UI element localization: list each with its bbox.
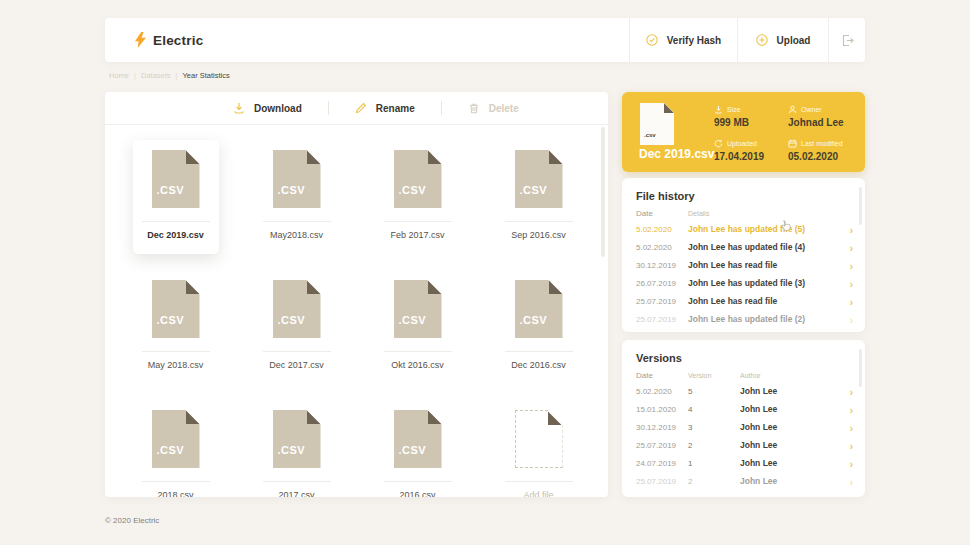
check-circle-icon [646, 34, 658, 46]
version-number: 1 [688, 459, 740, 468]
divider [384, 351, 452, 352]
delete-label: Delete [489, 103, 519, 114]
delete-button[interactable]: Delete [468, 102, 519, 114]
chevron-right-icon [845, 382, 853, 400]
file-tile[interactable]: .CSV 2016.csv [357, 400, 478, 497]
version-row[interactable]: 25.07.2019 2 John Lee [622, 472, 865, 490]
file-name: 2018.csv [157, 490, 193, 497]
csv-file-icon: .csv [640, 103, 674, 145]
verify-hash-label: Verify Hash [667, 35, 721, 46]
selected-file-name: Dec 2019.csv [639, 147, 714, 161]
divider [263, 481, 331, 482]
file-tile[interactable]: .CSV Feb 2017.csv [357, 140, 478, 270]
version-row[interactable]: 24.07.2019 1 John Lee [622, 454, 865, 472]
csv-file-icon: .CSV [515, 280, 563, 338]
file-name: May 2018.csv [148, 360, 204, 370]
version-row[interactable]: 30.12.2019 3 John Lee [622, 418, 865, 436]
rename-button[interactable]: Rename [355, 102, 415, 114]
file-history-header: Date Details [622, 207, 865, 220]
history-row[interactable]: 25.07.2019 John Lee has read file [622, 292, 865, 310]
file-tile[interactable]: .CSV Dec 2017.csv [236, 270, 357, 400]
file-tile[interactable]: .CSV May2018.csv [236, 140, 357, 270]
breadcrumb-home[interactable]: Home [109, 71, 141, 80]
history-date: 30.12.2019 [636, 261, 688, 270]
verify-hash-button[interactable]: Verify Hash [629, 18, 737, 62]
scrollbar-thumb[interactable] [601, 127, 605, 257]
scrollbar-thumb[interactable] [859, 187, 862, 225]
chevron-right-icon [845, 220, 853, 238]
csv-file-icon: .CSV [273, 280, 321, 338]
version-number: 3 [688, 423, 740, 432]
size-cell: Size 999 MB [714, 105, 749, 128]
history-row[interactable]: 5.02.2020 John Lee has updated file (4) [622, 238, 865, 256]
add-file-icon [515, 410, 563, 468]
chevron-right-icon [845, 400, 853, 418]
csv-file-icon: .CSV [273, 150, 321, 208]
history-row[interactable]: 30.12.2019 John Lee has read file [622, 256, 865, 274]
file-name: 2017.csv [278, 490, 314, 497]
version-number: 2 [688, 441, 740, 450]
selected-file-details-card: .csv Dec 2019.csv Size 999 MB Owner John… [622, 92, 865, 172]
csv-file-icon: .CSV [394, 410, 442, 468]
trash-icon [468, 102, 480, 114]
lightning-bolt-icon [135, 32, 146, 48]
file-history-title: File history [622, 178, 865, 207]
file-extension-label: .csv [644, 132, 656, 138]
divider [505, 481, 573, 482]
upload-label: Upload [777, 35, 811, 46]
upload-button[interactable]: Upload [737, 18, 828, 62]
breadcrumb-datasets[interactable]: Datasets [141, 71, 183, 80]
size-label: Size [727, 106, 741, 113]
history-row[interactable]: 26.07.2019 John Lee has updated file (3) [622, 274, 865, 292]
file-name: Feb 2017.csv [390, 230, 444, 240]
divider [142, 481, 210, 482]
file-tile[interactable]: .CSV Okt 2016.csv [357, 270, 478, 400]
calendar-icon [788, 139, 797, 148]
version-number: 5 [688, 387, 740, 396]
file-grid: .CSV Dec 2019.csv .CSV May2018.csv .CSV … [105, 125, 608, 497]
history-date: 5.02.2020 [636, 243, 688, 252]
copyright-text: © 2020 Electric [105, 516, 159, 525]
add-file-tile[interactable]: Add file [478, 400, 599, 497]
file-extension-label: .CSV [157, 314, 185, 326]
version-number: 2 [688, 477, 740, 486]
toolbar-divider [441, 101, 442, 115]
version-author: John Lee [740, 440, 845, 450]
version-author: John Lee [740, 458, 845, 468]
file-name: Dec 2017.csv [269, 360, 324, 370]
history-row[interactable]: 25.07.2019 John Lee has updated file (2) [622, 310, 865, 328]
versions-title: Versions [622, 340, 865, 369]
column-header-date: Date [636, 209, 688, 218]
file-name: Okt 2016.csv [391, 360, 444, 370]
file-tile[interactable]: .CSV Sep 2016.csv [478, 140, 599, 270]
file-name: Dec 2019.csv [147, 230, 204, 240]
version-row[interactable]: 25.07.2019 2 John Lee [622, 436, 865, 454]
download-button[interactable]: Download [233, 102, 302, 114]
version-row[interactable]: 15.01.2020 4 John Lee [622, 400, 865, 418]
version-author: John Lee [740, 422, 845, 432]
plus-circle-icon [756, 34, 768, 46]
download-icon [233, 102, 245, 114]
file-tile[interactable]: .CSV May 2018.csv [115, 270, 236, 400]
file-tile-selected[interactable]: .CSV Dec 2019.csv [115, 140, 236, 270]
history-details: John Lee has updated file (3) [688, 278, 845, 288]
logout-button[interactable] [828, 18, 865, 62]
file-tile[interactable]: .CSV 2018.csv [115, 400, 236, 497]
history-details: John Lee has updated file (4) [688, 242, 845, 252]
column-header-details: Details [688, 210, 845, 217]
version-row[interactable]: 5.02.2020 5 John Lee [622, 382, 865, 400]
logout-icon [841, 34, 854, 47]
file-extension-label: .CSV [399, 314, 427, 326]
uploaded-value: 17.04.2019 [714, 151, 764, 162]
file-extension-label: .CSV [157, 444, 185, 456]
scrollbar-thumb[interactable] [859, 349, 862, 387]
app-logo[interactable]: Electric [105, 18, 629, 62]
column-header-author: Author [740, 372, 845, 379]
history-date: 5.02.2020 [636, 225, 688, 234]
file-tile[interactable]: .CSV Dec 2016.csv [478, 270, 599, 400]
file-tile[interactable]: .CSV 2017.csv [236, 400, 357, 497]
version-author: John Lee [740, 404, 845, 414]
history-row[interactable]: 5.02.2020 John Lee has updated file (5) [622, 220, 865, 238]
uploaded-label: Uploaded [727, 140, 757, 147]
file-history-card: File history Date Details 5.02.2020 John… [622, 178, 865, 332]
